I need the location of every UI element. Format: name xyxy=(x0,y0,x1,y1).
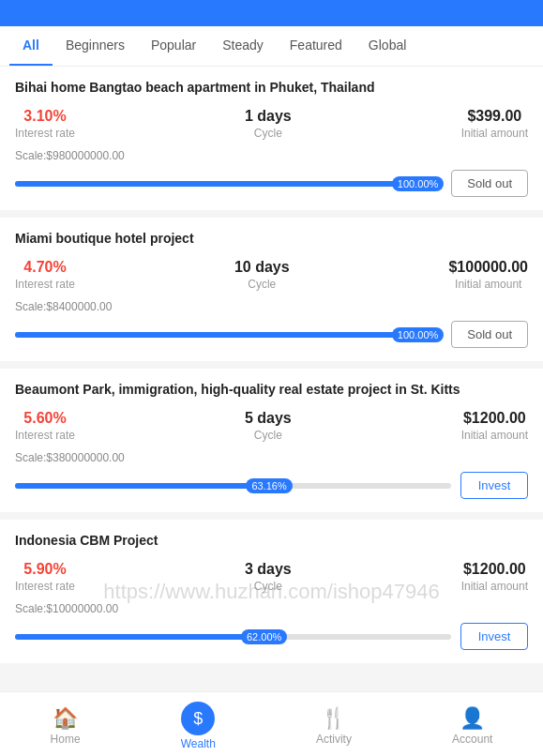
activity-nav-icon: 🍴 xyxy=(321,706,346,731)
interest-label: Interest rate xyxy=(15,429,75,442)
investment-card-3: Indonesia CBM Project 5.90% Interest rat… xyxy=(0,520,543,663)
nav-label: Activity xyxy=(316,733,352,746)
initial-stat: $399.00 Initial amount xyxy=(461,108,528,140)
soldout-button[interactable]: Sold out xyxy=(451,170,528,197)
tab-popular[interactable]: Popular xyxy=(138,26,209,66)
interest-stat: 3.10% Interest rate xyxy=(15,108,75,140)
nav-item-home[interactable]: 🏠Home xyxy=(32,704,99,748)
initial-stat: $100000.00 Initial amount xyxy=(448,259,528,291)
top-bar xyxy=(0,0,543,26)
progress-row: 63.16% Invest xyxy=(15,472,528,499)
invest-button[interactable]: Invest xyxy=(460,472,528,499)
cycle-stat: 5 days Cycle xyxy=(245,410,292,442)
cycle-stat: 1 days Cycle xyxy=(245,108,292,140)
progress-bar-fill: 62.00% xyxy=(15,634,285,640)
cycle-label: Cycle xyxy=(254,580,282,593)
cycle-stat: 10 days Cycle xyxy=(234,259,290,291)
progress-bar-wrap: 63.16% xyxy=(15,483,451,489)
progress-label: 63.16% xyxy=(246,478,292,493)
tab-featured[interactable]: Featured xyxy=(277,26,355,66)
progress-bar-wrap: 100.00% xyxy=(15,332,442,338)
investment-card-1: Miami boutique hotel project 4.70% Inter… xyxy=(0,218,543,361)
nav-item-wealth[interactable]: $Wealth xyxy=(162,700,234,752)
initial-stat: $1200.00 Initial amount xyxy=(461,561,528,593)
stats-row: 3.10% Interest rate 1 days Cycle $399.00… xyxy=(15,108,528,140)
stats-row: 5.90% Interest rate 3 days Cycle $1200.0… xyxy=(15,561,528,593)
investment-card-2: Beaumont Park, immigration, high-quality… xyxy=(0,369,543,512)
cycle-value: 3 days xyxy=(245,561,292,578)
progress-row: 100.00% Sold out xyxy=(15,321,528,348)
progress-bar-wrap: 100.00% xyxy=(15,181,442,187)
card-title: Miami boutique hotel project xyxy=(15,231,528,246)
initial-label: Initial amount xyxy=(455,278,521,291)
interest-rate: 5.90% xyxy=(23,561,66,578)
cycle-stat: 3 days Cycle xyxy=(245,561,292,593)
bottom-nav: 🏠Home$Wealth🍴Activity👤Account xyxy=(0,691,543,756)
progress-row: 100.00% Sold out xyxy=(15,170,528,197)
stats-row: 4.70% Interest rate 10 days Cycle $10000… xyxy=(15,259,528,291)
scale-text: Scale:$10000000.00 xyxy=(15,602,528,615)
cycle-label: Cycle xyxy=(254,429,282,442)
interest-label: Interest rate xyxy=(15,127,75,140)
tab-beginners[interactable]: Beginners xyxy=(53,26,138,66)
initial-value: $100000.00 xyxy=(448,259,528,276)
nav-label: Home xyxy=(51,733,81,746)
progress-row: 62.00% Invest xyxy=(15,623,528,650)
progress-bar-fill: 63.16% xyxy=(15,483,291,489)
progress-label: 100.00% xyxy=(392,327,444,342)
main-content: Bihai home Bangtao beach apartment in Ph… xyxy=(0,67,543,736)
soldout-button[interactable]: Sold out xyxy=(451,321,528,348)
card-title: Beaumont Park, immigration, high-quality… xyxy=(15,382,528,397)
invest-button[interactable]: Invest xyxy=(460,623,528,650)
progress-bar-wrap: 62.00% xyxy=(15,634,451,640)
nav-label: Wealth xyxy=(181,737,216,750)
nav-item-account[interactable]: 👤Account xyxy=(433,704,511,748)
account-nav-icon: 👤 xyxy=(460,706,485,731)
cards-container: Bihai home Bangtao beach apartment in Ph… xyxy=(0,67,543,663)
initial-label: Initial amount xyxy=(461,127,528,140)
interest-rate: 5.60% xyxy=(23,410,66,427)
tab-global[interactable]: Global xyxy=(355,26,419,66)
wealth-nav-icon: $ xyxy=(181,702,215,735)
initial-label: Initial amount xyxy=(461,580,528,593)
tab-all[interactable]: All xyxy=(9,26,53,66)
interest-stat: 4.70% Interest rate xyxy=(15,259,75,291)
progress-label: 100.00% xyxy=(392,176,444,191)
card-title: Bihai home Bangtao beach apartment in Ph… xyxy=(15,80,528,95)
progress-bar-fill: 100.00% xyxy=(15,332,442,338)
progress-label: 62.00% xyxy=(241,629,287,644)
initial-label: Initial amount xyxy=(461,429,528,442)
cycle-value: 10 days xyxy=(234,259,290,276)
home-nav-icon: 🏠 xyxy=(53,706,78,731)
initial-stat: $1200.00 Initial amount xyxy=(461,410,528,442)
interest-stat: 5.60% Interest rate xyxy=(15,410,75,442)
cycle-label: Cycle xyxy=(248,278,276,291)
scale-text: Scale:$8400000.00 xyxy=(15,300,528,313)
interest-stat: 5.90% Interest rate xyxy=(15,561,75,593)
cycle-value: 5 days xyxy=(245,410,292,427)
interest-label: Interest rate xyxy=(15,278,75,291)
interest-rate: 4.70% xyxy=(23,259,66,276)
initial-value: $1200.00 xyxy=(463,561,526,578)
nav-label: Account xyxy=(452,733,492,746)
tab-steady[interactable]: Steady xyxy=(209,26,277,66)
scale-text: Scale:$980000000.00 xyxy=(15,149,528,162)
cycle-label: Cycle xyxy=(254,127,282,140)
investment-card-0: Bihai home Bangtao beach apartment in Ph… xyxy=(0,67,543,210)
interest-rate: 3.10% xyxy=(23,108,66,125)
progress-bar-fill: 100.00% xyxy=(15,181,442,187)
tab-bar: AllBeginnersPopularSteadyFeaturedGlobal xyxy=(0,26,543,67)
scale-text: Scale:$380000000.00 xyxy=(15,451,528,464)
initial-value: $399.00 xyxy=(467,108,521,125)
cycle-value: 1 days xyxy=(245,108,292,125)
stats-row: 5.60% Interest rate 5 days Cycle $1200.0… xyxy=(15,410,528,442)
nav-item-activity[interactable]: 🍴Activity xyxy=(297,704,370,748)
initial-value: $1200.00 xyxy=(463,410,526,427)
interest-label: Interest rate xyxy=(15,580,75,593)
card-title: Indonesia CBM Project xyxy=(15,533,528,548)
